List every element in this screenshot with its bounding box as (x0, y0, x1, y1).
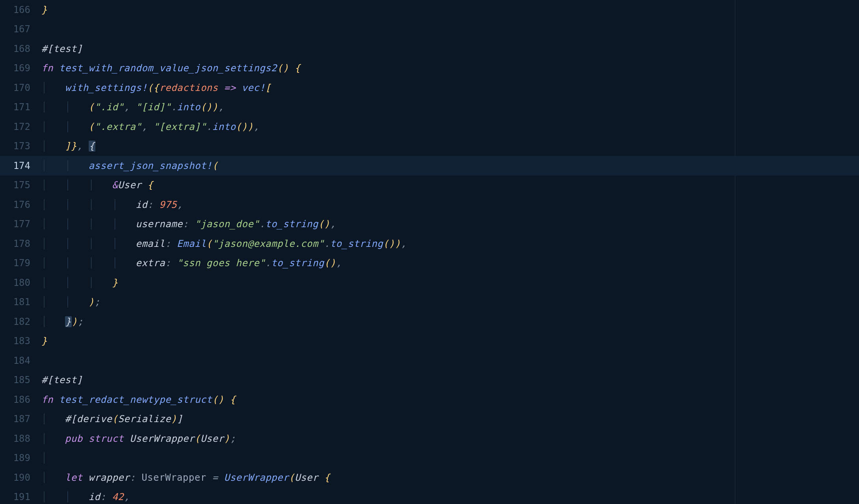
semi: ; (230, 433, 236, 444)
code-line[interactable]: 170 │ with_settings!({redactions => vec!… (0, 78, 859, 98)
paren: ( (112, 413, 118, 424)
indent-guide: │ │ (41, 121, 71, 132)
parens: () (201, 102, 212, 113)
code-line[interactable]: 191 │ │ id: 42, (0, 487, 859, 504)
code-line[interactable]: 189 │ (0, 448, 859, 468)
parens: () (236, 121, 247, 132)
indent-guide: │ (41, 472, 47, 483)
code-line[interactable]: 176 │ │ │ │ id: 975, (0, 195, 859, 215)
string: ".id" (95, 102, 124, 113)
eq: = (206, 472, 224, 483)
code-line[interactable]: 180 │ │ │ } (0, 273, 859, 293)
comma: , (401, 238, 407, 249)
paren: ) (212, 102, 218, 113)
var: wrapper (83, 472, 130, 483)
paren: ( (206, 238, 212, 249)
code-line[interactable]: 183 } (0, 332, 859, 351)
line-number: 171 (0, 102, 41, 113)
paren: ) (224, 433, 230, 444)
paren: ) (395, 238, 401, 249)
code-line[interactable]: 185 #[test] (0, 371, 859, 390)
line-number: 172 (0, 121, 41, 132)
code-line[interactable]: 171 │ │ (".id", "[id]".into()), (0, 98, 859, 117)
dot: . (206, 121, 212, 132)
colon: : (147, 199, 159, 210)
code-line[interactable]: 173 │ ]}, { (0, 137, 859, 156)
code-line[interactable]: 175 │ │ │ &User { (0, 176, 859, 195)
indent-guide: │ │ │ │ (41, 238, 118, 249)
paren: ) (247, 121, 253, 132)
field: id (136, 199, 147, 210)
code-line[interactable]: 166 } (0, 0, 859, 20)
line-number: 173 (0, 141, 41, 152)
code-line[interactable]: 177 │ │ │ │ username: "jason_doe".to_str… (0, 215, 859, 234)
string: ".extra" (95, 121, 142, 132)
string: "ssn goes here" (177, 258, 265, 269)
string: "jason@example.com" (212, 238, 324, 249)
code-line[interactable]: 181 │ │ ); (0, 293, 859, 312)
brace: } (41, 4, 47, 15)
paren: ( (89, 102, 95, 113)
code-line[interactable]: 182 │ }); (0, 312, 859, 332)
indent-guide: │ (41, 82, 47, 93)
fn-name: test_redact_newtype_struct (59, 394, 212, 405)
indent-guide: │ (41, 141, 47, 152)
paren: ( (89, 121, 95, 132)
type-name: UserWrapper (124, 433, 194, 444)
field: username (136, 219, 183, 230)
code-line[interactable]: 188 │ pub struct UserWrapper(User); (0, 429, 859, 448)
brace: { (153, 82, 159, 93)
line-number: 179 (0, 258, 41, 269)
comma: , (218, 102, 224, 113)
number: 42 (112, 491, 124, 502)
line-number: 181 (0, 296, 41, 308)
number: 975 (159, 199, 177, 210)
dot: . (324, 238, 330, 249)
line-number: 187 (0, 413, 41, 424)
attr-close: ] (77, 43, 83, 54)
code-line[interactable]: 187 │ #[derive(Serialize)] (0, 410, 859, 429)
indent-guide: │ │ (41, 160, 71, 171)
line-number: 177 (0, 219, 41, 230)
code-line[interactable]: 179 │ │ │ │ extra: "ssn goes here".to_st… (0, 254, 859, 273)
code-line[interactable]: 167 (0, 20, 859, 39)
amp: & (112, 180, 118, 191)
comma: , (177, 199, 183, 210)
code-line-current[interactable]: 174 │ │ assert_json_snapshot!( (0, 156, 859, 176)
dot: . (171, 102, 177, 113)
line-number: 189 (0, 452, 41, 463)
comma: , (330, 219, 336, 230)
keyword-fn: fn (41, 394, 53, 405)
attr-open: #[ (41, 43, 53, 54)
code-line[interactable]: 184 (0, 351, 859, 371)
method-call: into (177, 102, 201, 113)
code-line[interactable]: 190 │ let wrapper: UserWrapper = UserWra… (0, 468, 859, 487)
macro-call: assert_json_snapshot! (89, 160, 212, 171)
parens: () (277, 63, 289, 74)
semi: ; (95, 296, 100, 308)
ctor: UserWrapper (224, 472, 288, 483)
string: "[id]" (136, 102, 171, 113)
line-number: 176 (0, 199, 41, 210)
fn-name: test_with_random_value_json_settings2 (59, 63, 277, 74)
indent-guide: │ │ │ │ (41, 258, 118, 269)
paren: ( (289, 472, 295, 483)
line-number: 180 (0, 277, 41, 288)
brace: { (141, 180, 153, 191)
code-line[interactable]: 169 fn test_with_random_value_json_setti… (0, 59, 859, 78)
code-line[interactable]: 178 │ │ │ │ email: Email("jason@example.… (0, 234, 859, 254)
colon: : (165, 258, 177, 269)
indent-guide: │ │ (41, 491, 71, 502)
code-line[interactable]: 168 #[test] (0, 39, 859, 59)
line-number: 178 (0, 238, 41, 249)
field: extra (136, 258, 165, 269)
comma: , (141, 121, 153, 132)
colon: : (183, 219, 195, 230)
attr-open: #[ (65, 413, 77, 424)
parens: () (383, 238, 395, 249)
comma: , (336, 258, 342, 269)
line-number: 167 (0, 24, 41, 35)
code-line[interactable]: 172 │ │ (".extra", "[extra]".into()), (0, 117, 859, 137)
code-line[interactable]: 186 fn test_redact_newtype_struct() { (0, 390, 859, 410)
code-editor[interactable]: 166 } 167 168 #[test] 169 fn test_with_r… (0, 0, 859, 504)
